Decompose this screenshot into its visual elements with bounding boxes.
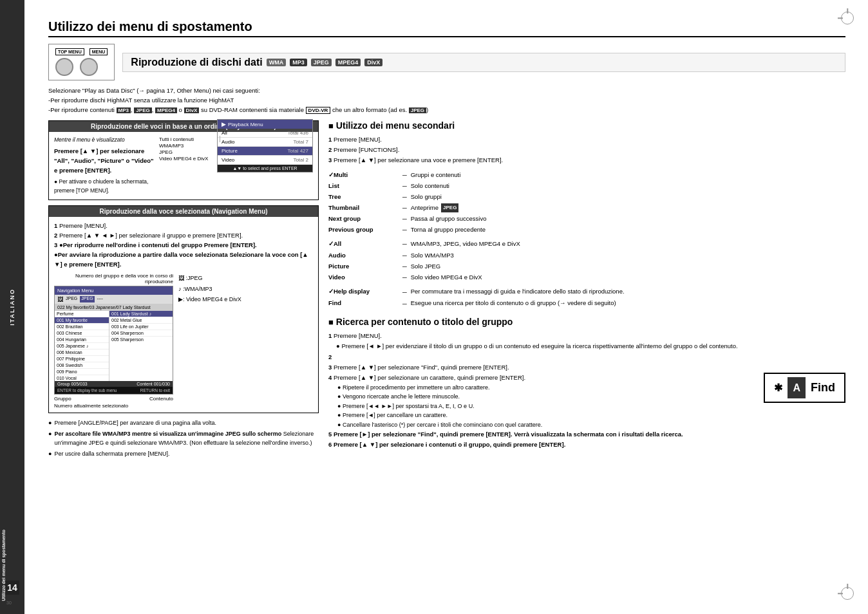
nav-step3: 3 ●Per riprodurre nell'ordine i contenut… (54, 240, 313, 250)
nm-path: 022 My favorite/03 Japanese/07 Lady Star… (55, 304, 173, 311)
menu-button[interactable] (80, 58, 98, 76)
search-step5: 5 Premere [►] per selezionare "Find", qu… (328, 429, 845, 440)
intro-text: Selezionare "Play as Data Disc" (→ pagin… (48, 86, 845, 115)
nav-number-label: Numero del gruppo e della voce in corso … (54, 273, 173, 284)
menu-val-find: ─Esegue una ricerca per titolo di conten… (402, 298, 845, 309)
page-title: Utilizzo dei menu di spostamento (48, 19, 252, 33)
nm-group-003: 003 Chinese (55, 330, 109, 337)
menu-val-video: ─Solo video MPEG4 e DivX (402, 272, 845, 283)
nm-group-005: 005 Japanese ♪ (55, 343, 109, 349)
inline-badge-divx2: DivX (184, 107, 200, 113)
inline-badge-jpeg3: JPEG (409, 107, 426, 113)
nm-group-008: 008 Swedish (55, 362, 109, 369)
menu-key-audio: Audio (328, 250, 402, 261)
note-page: ●Premere [ANGLE/PAGE] per avanzare di un… (48, 418, 319, 427)
search-step6: 6 Premere [▲ ▼] per selezionare i conten… (328, 440, 845, 450)
nm-group-004: 004 Hungarian (55, 337, 109, 343)
navigation-section-body: 1 Premere [MENU]. 2 Premere [▲ ▼ ◄ ►] pe… (49, 217, 318, 413)
badge-jpeg: JPEG (311, 59, 332, 66)
search-section: ■ Ricerca per contenuto o titolo del gru… (328, 317, 845, 450)
search-step3: 3 Premere [▲ ▼] per selezionare "Find", … (328, 362, 845, 373)
intro-line2: -Per riprodurre dischi HighMAT senza uti… (48, 95, 845, 105)
find-letter: A (788, 377, 806, 398)
menu-val-picture: ─Solo JPEG (402, 261, 845, 272)
sec-step2: 2 Premere [FUNCTIONS]. (328, 145, 845, 155)
pm-title-bar: ▶ Playback Menu (218, 120, 312, 129)
nav-menu-ui: Navigation Menu 🖼 JPEG JPEG ---- 022 My … (54, 286, 173, 395)
top-menu-button[interactable] (55, 58, 73, 76)
badge-mpeg4: MPEG4 (335, 59, 361, 66)
disc-title-box: Riproduzione di dischi dati WMA MP3 JPEG… (122, 53, 845, 72)
top-menu-box: TOP MENU MENU (48, 44, 115, 80)
nm-list: Perfume 001 My favorite 002 Brazilian 00… (55, 311, 173, 381)
menu-key-help: ✓Help display (328, 286, 402, 297)
menu-buttons-row (55, 58, 108, 76)
search-title: Ricerca per contenuto o titolo del grupp… (336, 317, 513, 327)
menu-key-picture: Picture (328, 261, 402, 272)
menu-val-prev: ─Torna al gruppo precedente (402, 225, 845, 235)
search-step1: 1 Premere [MENU]. (328, 331, 845, 341)
playback-section-body: Mentre il menu è visualizzato Premere [▲… (49, 132, 318, 199)
secondary-menu-title-row: ■ Utilizzo dei menu secondari (328, 120, 845, 131)
bottom-notes: ●Premere [ANGLE/PAGE] per avanzare di un… (48, 418, 319, 458)
badge-wma: WMA (267, 59, 287, 66)
nm-group-perfume: Perfume (55, 311, 109, 317)
menu-key-multi: ✓Multi (328, 170, 402, 180)
disc-title-text: Riproduzione di dischi dati (131, 57, 262, 68)
menu-val-all: ─WMA/MP3, JPEG, video MPEG4 e DivX (402, 239, 845, 249)
left-column: Riproduzione delle voci in base a un ord… (48, 120, 319, 458)
category-list: Tutti i contenuti WMA/MP3 JPEG (159, 136, 313, 162)
nm-group-007: 007 Philippine (55, 356, 109, 362)
menu-key-prev: Previous group (328, 225, 402, 235)
note-wma-jpeg: ● Per ascoltare file WMA/MP3 mentre si v… (48, 429, 319, 448)
playback-menu-section: Riproduzione delle voci in base a un ord… (48, 120, 319, 200)
menu-val-help: ─Per commutare tra i messaggi di guida e… (402, 286, 845, 297)
menu-items-grid: ✓Multi ─Gruppi e contenuti List ─Solo co… (328, 170, 845, 310)
nm-title: Navigation Menu (55, 286, 173, 295)
nav-steps: 1 Premere [MENU]. 2 Premere [▲ ▼ ◄ ►] pe… (54, 221, 313, 270)
find-box: ✱ A Find (764, 373, 845, 403)
find-word: Find (811, 378, 835, 398)
menu-spacer2 (328, 283, 845, 286)
playback-text-area: Mentre il menu è visualizzato Premere [▲… (54, 136, 154, 195)
intro-line3: -Per riprodurre contenuti MP3, JPEG, MPE… (48, 105, 845, 115)
inline-badge-mp3: MP3 (117, 107, 131, 113)
nav-icons-desc: 🖼 :JPEG ♪ :WMA/MP3 ▶: Video MPEG4 e DivX (178, 273, 241, 409)
pm-footer: ▲▼ to select and press ENTER (218, 165, 312, 172)
navigation-section-title: Riproduzione dalla voce selezionata (Nav… (49, 206, 318, 217)
menu-key-list: List (328, 181, 402, 191)
secondary-steps: 1 Premere [MENU]. 2 Premere [FUNCTIONS].… (328, 135, 845, 165)
menu-key-find: Find (328, 298, 402, 309)
secondary-menu-title: Utilizzo dei menu secondari (336, 120, 455, 131)
menu-val-thumbnail: ─ Anteprime JPEG (402, 203, 845, 213)
search-step2: 2 (328, 352, 845, 362)
bullet-delete: ● Premere [◄] per cancellare un caratter… (337, 411, 845, 420)
disc-title: Riproduzione di dischi dati WMA MP3 JPEG… (131, 57, 837, 68)
cat-jpeg: JPEG (159, 149, 313, 155)
nm-groups-col: Perfume 001 My favorite 002 Brazilian 00… (55, 311, 109, 381)
nm-content-002: 002 Metal Glue (109, 317, 173, 324)
nav-menu-ui-container: Numero del gruppo e della voce in corso … (54, 273, 173, 409)
menu-key-all: ✓All (328, 239, 402, 249)
inline-badge-jpeg2: JPEG (134, 107, 151, 113)
content-label: Contenuto (149, 396, 173, 402)
cat-tutti: Tutti i contenuti (159, 136, 313, 142)
menu-key-video: Video (328, 272, 402, 283)
badge-mp3: MP3 (290, 59, 307, 66)
sec-step1: 1 Premere [MENU]. (328, 135, 845, 145)
note-menu-exit: ●Per uscire dalla schermata premere [MEN… (48, 449, 319, 458)
menu-val-tree: ─Solo gruppi (402, 192, 845, 202)
nav-icon-wma: ♪ :WMA/MP3 (178, 284, 241, 294)
two-col-layout: Riproduzione delle voci in base a un ord… (48, 120, 845, 458)
nav-step2: 2 Premere [▲ ▼ ◄ ►] per selezionare il g… (54, 230, 313, 240)
nm-content-001: 001 Lady Stardust ♪ (109, 311, 173, 317)
menu-key-next: Next group (328, 214, 402, 224)
corner-mark-br (841, 587, 856, 602)
menu-val-audio: ─Solo WMA/MP3 (402, 250, 845, 261)
menu-val-multi: ─Gruppi e contenuti (402, 170, 845, 180)
nm-footer: ENTER to display the sub menu RETURN to … (55, 387, 173, 394)
menu-key-tree: Tree (328, 192, 402, 202)
playback-while-text: Mentre il menu è visualizzato (54, 136, 154, 145)
top-section: TOP MENU MENU Riproduzione di dischi dat… (48, 44, 845, 80)
page-number: 14 (5, 581, 19, 595)
